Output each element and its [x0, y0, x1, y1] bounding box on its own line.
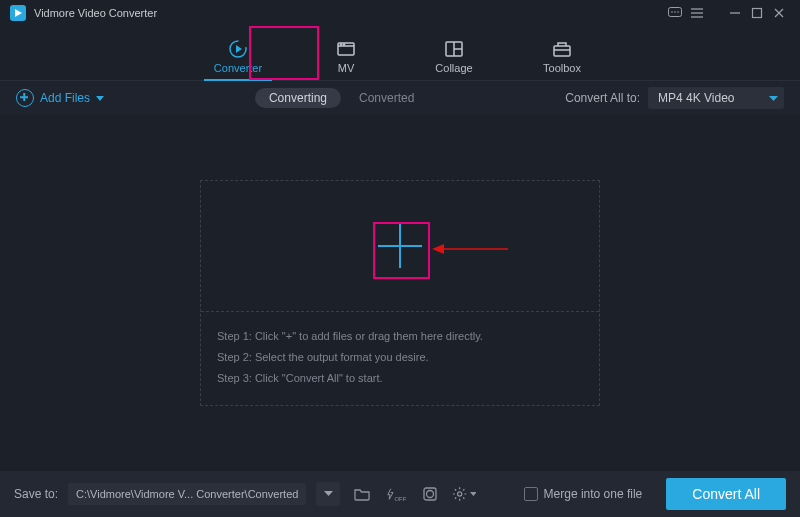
feedback-icon[interactable]	[664, 2, 686, 24]
checkbox-icon	[524, 487, 538, 501]
chevron-down-icon	[769, 91, 778, 105]
svg-marker-27	[324, 491, 333, 496]
footer: Save to: C:\Vidmore\Vidmore V... Convert…	[0, 471, 800, 517]
task-schedule-icon[interactable]	[418, 482, 442, 506]
convert-all-button[interactable]: Convert All	[666, 478, 786, 510]
tab-toolbox-label: Toolbox	[543, 62, 581, 74]
toolbox-icon	[551, 38, 573, 60]
tab-collage-label: Collage	[435, 62, 472, 74]
collage-icon	[443, 38, 465, 60]
tab-toolbox[interactable]: Toolbox	[528, 34, 596, 80]
step-1-text: Step 1: Click "+" to add files or drag t…	[217, 326, 583, 347]
svg-rect-28	[424, 488, 436, 500]
svg-rect-21	[554, 46, 570, 56]
converter-icon	[227, 38, 249, 60]
segment-converted[interactable]: Converted	[359, 91, 414, 105]
tab-mv-label: MV	[338, 62, 355, 74]
mv-icon	[335, 38, 357, 60]
add-files-label: Add Files	[40, 91, 90, 105]
dropzone-instructions: Step 1: Click "+" to add files or drag t…	[201, 311, 599, 405]
svg-marker-13	[236, 45, 242, 53]
svg-point-29	[427, 491, 434, 498]
convert-all-to-label: Convert All to:	[565, 91, 640, 105]
svg-marker-23	[96, 96, 104, 101]
minimize-button[interactable]	[724, 2, 746, 24]
tab-mv[interactable]: MV	[312, 34, 380, 80]
app-title: Vidmore Video Converter	[34, 7, 157, 19]
converting-converted-toggle: Converting Converted	[255, 88, 414, 108]
chevron-down-icon	[96, 91, 104, 105]
svg-marker-0	[15, 9, 22, 17]
svg-point-3	[674, 11, 676, 13]
step-2-text: Step 2: Select the output format you des…	[217, 347, 583, 368]
tab-collage[interactable]: Collage	[420, 34, 488, 80]
output-format-select[interactable]: MP4 4K Video	[648, 87, 784, 109]
add-files-plus-icon[interactable]	[378, 224, 422, 268]
save-path-display[interactable]: C:\Vidmore\Vidmore V... Converter\Conver…	[68, 483, 306, 505]
menu-icon[interactable]	[686, 2, 708, 24]
open-folder-icon[interactable]	[350, 482, 374, 506]
tab-converter[interactable]: Converter	[204, 34, 272, 80]
save-to-label: Save to:	[14, 487, 58, 501]
app-logo	[10, 5, 26, 21]
tab-converter-label: Converter	[214, 62, 262, 74]
maximize-button[interactable]	[746, 2, 768, 24]
svg-rect-9	[753, 9, 762, 18]
output-format-value: MP4 4K Video	[658, 91, 735, 105]
save-path-dropdown[interactable]	[316, 482, 340, 506]
merge-label: Merge into one file	[544, 487, 643, 501]
segment-converting[interactable]: Converting	[255, 88, 341, 108]
hardware-accel-icon[interactable]: OFF	[384, 482, 408, 506]
step-3-text: Step 3: Click "Convert All" to start.	[217, 368, 583, 389]
convert-all-to: Convert All to: MP4 4K Video	[565, 87, 784, 109]
svg-point-30	[458, 492, 462, 496]
dropzone-top[interactable]	[201, 181, 599, 311]
svg-point-4	[677, 11, 679, 13]
main-tabs: Converter MV Collage Toolbox	[0, 26, 800, 81]
svg-marker-24	[769, 96, 778, 101]
close-button[interactable]	[768, 2, 790, 24]
svg-point-2	[671, 11, 673, 13]
svg-marker-31	[470, 492, 477, 496]
dropzone[interactable]: Step 1: Click "+" to add files or drag t…	[200, 180, 600, 406]
subbar: Add Files Converting Converted Convert A…	[0, 81, 800, 115]
svg-point-16	[340, 44, 341, 45]
svg-point-17	[343, 44, 344, 45]
settings-icon[interactable]	[452, 482, 476, 506]
content-area: Step 1: Click "+" to add files or drag t…	[0, 115, 800, 461]
titlebar: Vidmore Video Converter	[0, 0, 800, 26]
merge-into-one-checkbox[interactable]: Merge into one file	[524, 487, 643, 501]
add-files-button[interactable]: Add Files	[16, 89, 104, 107]
